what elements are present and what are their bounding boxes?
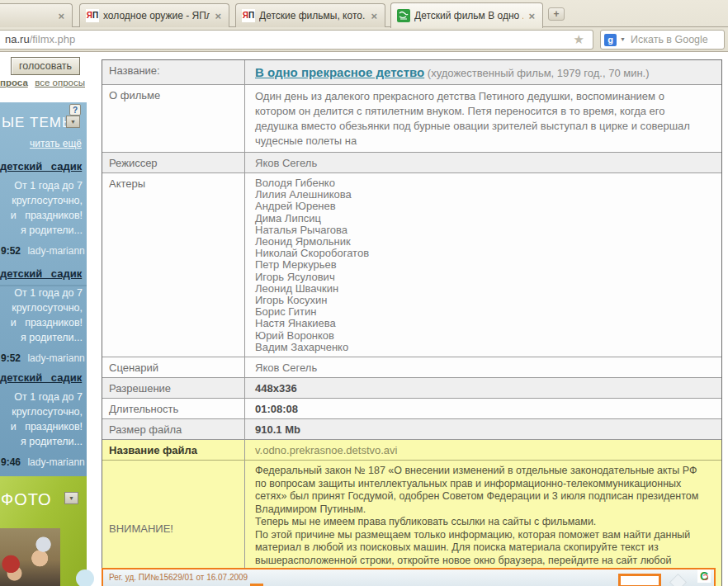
url-domain: na.ru xyxy=(5,33,30,45)
photo-thumbnail[interactable] xyxy=(0,528,60,586)
help-icon[interactable]: ? xyxy=(69,104,81,116)
topic-link[interactable]: детский садик xyxy=(0,160,85,172)
tab-strip: × ЯП холодное оружие - ЯПл... × ЯП Детск… xyxy=(0,0,728,27)
url-path: /filmx.php xyxy=(30,33,76,45)
topic-meta: 9:52 lady-mariann xyxy=(0,245,85,257)
google-icon: g xyxy=(604,34,617,46)
topic-meta: 9:46 lady-mariann xyxy=(0,456,85,468)
actor-name: Андрей Юренев xyxy=(255,201,715,212)
search-box[interactable]: g ▼ Искать в Google xyxy=(600,30,725,50)
topic-ad-line: я родители... xyxy=(0,330,83,345)
banner-arrow-graphic xyxy=(669,574,687,586)
field-label: Название: xyxy=(102,60,244,84)
field-value: 910.1 Mb xyxy=(244,419,721,439)
new-topics-panel: ? ЫЕ ТЕМЫ ▼ читать ещё детский садик От … xyxy=(0,102,87,476)
tab-label: холодное оружие - ЯПл... xyxy=(103,10,210,21)
topic-author-link[interactable]: lady-mariann xyxy=(27,352,84,364)
actor-name: Вадим Захарченко xyxy=(255,342,715,353)
actor-name: Дима Липсиц xyxy=(255,213,715,224)
topic-ad-line: и праздников! xyxy=(0,315,83,330)
topic-ad-line: От 1 года до 7 xyxy=(0,286,83,300)
decorative-bubble xyxy=(76,569,94,586)
topic-ad-line: я родители... xyxy=(0,223,83,238)
table-row-filename: Название файла v.odno.prekrasnoe.detstvo… xyxy=(102,439,721,460)
tab-detskie-filmy[interactable]: ЯП Детские фильмы, кото... × xyxy=(235,3,385,27)
navigation-bar: na.ru/filmx.php ★ g ▼ Искать в Google xyxy=(0,27,728,52)
topic-ad-line: круглосуточно, xyxy=(0,300,83,315)
tab-close-icon[interactable]: × xyxy=(56,10,66,22)
table-row-director: Режиссер Яков Сегель xyxy=(102,152,721,172)
actor-name: Юрий Воронков xyxy=(255,330,715,342)
topic-ad-text: От 1 года до 7 круглосуточно, и праздник… xyxy=(0,286,85,345)
search-placeholder: Искать в Google xyxy=(631,34,708,45)
field-value: Яков Сегель xyxy=(244,153,721,172)
actor-name: Петр Меркурьев xyxy=(255,259,715,271)
new-tab-button[interactable]: + xyxy=(548,7,565,21)
address-bar[interactable]: na.ru/filmx.php ★ xyxy=(0,30,593,50)
film-site-favicon xyxy=(397,9,410,22)
search-engine-dropdown-icon[interactable]: ▼ xyxy=(620,36,626,42)
topic-ad-line: я родители... xyxy=(0,434,83,449)
poll-results-link[interactable]: проса xyxy=(0,78,28,87)
topic-item: детский садик От 1 года до 7 круглосуточ… xyxy=(0,160,85,257)
table-row-title: Название: В одно прекрасное детство (худ… xyxy=(102,60,721,84)
topic-ad-line: и праздников! xyxy=(0,419,83,434)
tab-close-icon[interactable]: × xyxy=(527,10,537,22)
yaplakal-favicon: ЯП xyxy=(86,9,99,22)
actor-name: Леонид Ярмольник xyxy=(255,236,715,248)
actor-name: Наталья Рычагова xyxy=(255,224,715,236)
vote-button[interactable]: голосовать xyxy=(11,57,80,75)
topic-ad-line: круглосуточно, xyxy=(0,193,83,208)
banner-reg-text: Рег. уд. ПИ№15629/01 от 16.07.2009 xyxy=(109,573,248,582)
field-label: Размер файла xyxy=(102,419,244,439)
film-title-meta: (художественный фильм, 1979 год., 70 мин… xyxy=(424,67,649,79)
field-label: Разрешение xyxy=(102,378,244,398)
topic-ad-line: От 1 года до 7 xyxy=(0,178,83,193)
all-polls-link[interactable]: все опросы xyxy=(35,78,85,87)
chevron-down-icon[interactable]: ▼ xyxy=(64,492,78,504)
actor-name: Борис Гитин xyxy=(255,306,715,318)
field-label: Режиссер xyxy=(102,153,244,172)
topic-link[interactable]: детский садик xyxy=(0,267,85,280)
yaplakal-favicon: ЯП xyxy=(242,9,255,22)
topic-meta: 9:52 lady-mariann xyxy=(0,352,85,364)
topic-author-link[interactable]: lady-mariann xyxy=(27,245,84,257)
tab-partial[interactable]: × xyxy=(0,3,73,27)
field-label: Длительность xyxy=(102,399,244,418)
field-value: Яков Сегель xyxy=(244,357,721,377)
topic-ad-text: От 1 года до 7 круглосуточно, и праздник… xyxy=(0,390,85,449)
actor-name: Володя Гибенко xyxy=(255,177,715,189)
tab-close-icon[interactable]: × xyxy=(213,10,223,22)
field-label: О фильме xyxy=(102,85,244,152)
topic-item: детский садик От 1 года до 7 круглосуточ… xyxy=(0,267,85,364)
table-row-scenario: Сценарий Яков Сегель xyxy=(102,357,721,377)
ad-banner[interactable]: Рег. уд. ПИ№15629/01 от 16.07.2009 xyxy=(102,568,716,586)
table-row-duration: Длительность 01:08:08 xyxy=(102,398,721,418)
poll-links: проса все опросы xyxy=(0,78,85,87)
topic-link[interactable]: детский садик xyxy=(0,371,85,384)
topic-author-link[interactable]: lady-mariann xyxy=(27,456,84,468)
table-row-filesize: Размер файла 910.1 Mb xyxy=(102,418,721,439)
tab-detskiy-film-active[interactable]: Детский фильм В одно ... × xyxy=(390,2,543,28)
table-row-actors: Актеры Володя Гибенко Лилия Алешникова А… xyxy=(102,172,721,357)
film-title-link[interactable]: В одно прекрасное детство xyxy=(255,65,424,79)
actors-list: Володя Гибенко Лилия Алешникова Андрей Ю… xyxy=(244,173,721,357)
topic-time: 9:52 xyxy=(1,352,21,364)
field-value: 01:08:08 xyxy=(244,399,721,418)
field-label: Сценарий xyxy=(102,357,244,377)
read-more-link[interactable]: читать ещё xyxy=(30,138,82,149)
actor-name: Лилия Алешникова xyxy=(255,189,715,201)
tab-holodnoe-oruzhie[interactable]: ЯП холодное оружие - ЯПл... × xyxy=(79,3,229,27)
tab-close-icon[interactable]: × xyxy=(369,10,379,22)
photo-panel-title: ФОТО xyxy=(1,490,52,509)
topic-ad-line: и праздников! xyxy=(0,208,83,223)
bookmark-star-icon[interactable]: ★ xyxy=(574,31,584,49)
actor-name: Настя Янакиева xyxy=(255,318,715,329)
field-value: 448x336 xyxy=(244,378,721,398)
chevron-down-icon[interactable]: ▼ xyxy=(66,116,80,128)
tab-label: Детский фильм В одно ... xyxy=(414,10,523,21)
counter-icon[interactable]: C xyxy=(697,569,711,583)
browser-chrome: × ЯП холодное оружие - ЯПл... × ЯП Детск… xyxy=(0,0,728,52)
field-label: Название файла xyxy=(102,440,244,460)
actor-name: Николай Скоробогатов xyxy=(255,248,715,259)
